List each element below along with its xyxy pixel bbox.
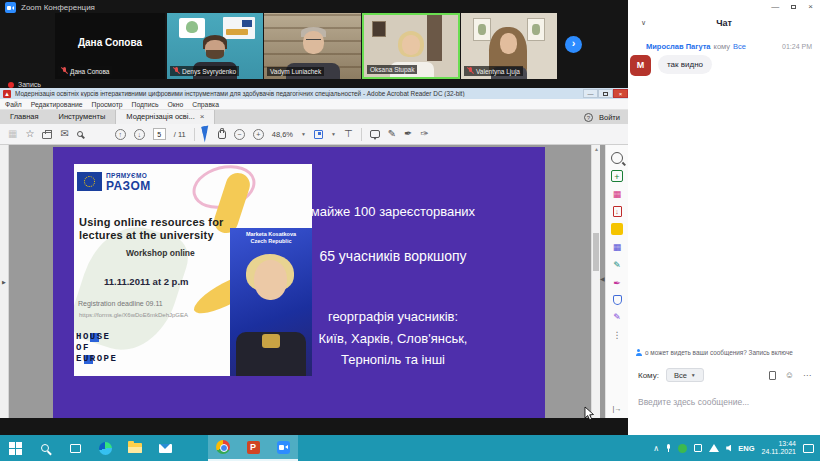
pencil-tool-button[interactable]: ✎ [388, 129, 396, 139]
collapse-tools-panel-icon[interactable]: ◀ [600, 275, 605, 282]
menu-edit[interactable]: Редактирование [31, 101, 83, 108]
menu-view[interactable]: Просмотр [92, 101, 123, 108]
stat-participants: 65 учасників воркшопу [243, 248, 543, 264]
action-center-icon[interactable] [803, 444, 814, 453]
menu-window[interactable]: Окно [167, 101, 183, 108]
export-pdf-icon[interactable]: ↓ [613, 206, 622, 217]
taskbar-search-icon[interactable] [30, 435, 60, 461]
start-button[interactable] [0, 435, 30, 461]
stamp-tool-button[interactable]: ✑ [420, 129, 428, 139]
tab-tools[interactable]: Инструменты [49, 110, 116, 124]
participant-name-label: Valentyna Ljuja [464, 66, 523, 76]
mail-icon[interactable] [150, 435, 180, 461]
participant-tile-vadym[interactable]: Vadym Luniachek [264, 13, 361, 79]
tray-expand-icon[interactable]: ∧ [653, 444, 659, 453]
powerpoint-icon[interactable]: P [238, 435, 268, 461]
chrome-icon[interactable] [208, 435, 238, 461]
tab-close-icon[interactable]: × [200, 110, 205, 124]
email-button[interactable]: ✉ [60, 129, 68, 139]
message-sender[interactable]: Мирослав Пагута [646, 42, 711, 51]
page-view-button[interactable] [314, 130, 323, 139]
zoom-caret-icon[interactable]: ▼ [301, 131, 306, 137]
sign-in-button[interactable]: Войти [599, 113, 620, 122]
tray-antivirus-icon[interactable] [678, 444, 687, 453]
scroll-up-icon[interactable]: ▲ [594, 146, 599, 152]
more-tools-icon[interactable]: ⋮ [611, 329, 623, 341]
print-button[interactable] [42, 132, 52, 139]
comment-tool-button[interactable] [370, 130, 380, 138]
next-participants-button[interactable]: › [565, 36, 582, 53]
maximize-button[interactable] [598, 89, 613, 98]
more-options-icon[interactable]: ⋯ [803, 371, 812, 380]
tray-volume-icon[interactable] [726, 445, 731, 452]
chevron-down-icon[interactable]: ∨ [641, 19, 646, 27]
comment-tool-icon[interactable] [611, 223, 623, 235]
create-pdf-icon[interactable]: + [611, 170, 623, 182]
page-number-input[interactable] [153, 128, 166, 140]
menu-help[interactable]: Справка [192, 101, 219, 108]
recipient-dropdown[interactable]: Все ▼ [666, 368, 704, 382]
help-icon[interactable]: ? [584, 113, 593, 122]
previous-page-button[interactable]: ↑ [115, 129, 126, 140]
background-logo [179, 18, 205, 38]
combine-files-icon[interactable]: ▦ [611, 241, 623, 253]
task-view-icon[interactable] [60, 435, 90, 461]
zoom-app-icon[interactable] [268, 435, 298, 461]
chat-close-icon[interactable]: × [808, 2, 813, 11]
save-button[interactable]: ▦ [8, 129, 17, 139]
close-button[interactable]: × [613, 89, 628, 98]
expand-left-panel-icon[interactable]: ▶ [2, 279, 6, 285]
edge-icon[interactable] [90, 435, 120, 461]
tab-home[interactable]: Главная [0, 110, 49, 124]
tray-pen-icon[interactable] [694, 444, 702, 452]
menu-sign[interactable]: Подпись [132, 101, 159, 108]
recording-dot-icon [8, 82, 14, 88]
zoom-in-button[interactable]: + [253, 129, 264, 140]
next-page-button[interactable]: ↓ [134, 129, 145, 140]
edit-pdf-icon[interactable]: ✎ [611, 259, 623, 271]
participant-tile-oksana-active-speaker[interactable]: Oksana Stupak [362, 13, 460, 79]
attach-file-icon[interactable] [769, 371, 776, 380]
recording-indicator[interactable]: Запись [8, 81, 41, 88]
participant-tile-denys[interactable]: Denys Svyrydenko [167, 13, 263, 79]
left-panel-rail[interactable]: ▶ [0, 145, 9, 418]
favorites-star-button[interactable]: ☆ [25, 129, 34, 139]
search-tool-icon[interactable] [611, 152, 623, 164]
emoji-icon[interactable]: ☺ [785, 370, 794, 380]
hand-tool-button[interactable] [218, 130, 226, 139]
sign-tool-button[interactable]: ✒ [404, 129, 412, 139]
tab-document[interactable]: Модернізація осві... × [115, 110, 215, 124]
chat-minimize-icon[interactable]: — [771, 2, 779, 11]
zoom-out-button[interactable]: − [234, 129, 245, 140]
participant-tile-valentyna[interactable]: Valentyna Ljuja [461, 13, 557, 79]
certify-pen-icon[interactable]: ✎ [611, 311, 623, 323]
menu-file[interactable]: Файл [5, 101, 22, 108]
program-name-line1: ПРЯМУЄМО [106, 172, 147, 179]
tray-network-icon[interactable] [709, 444, 719, 452]
organize-pages-icon[interactable]: ▦ [611, 188, 623, 200]
acrobat-window-title: Модернізація освітніх курсів інтерактивн… [15, 90, 583, 97]
find-button[interactable] [77, 131, 83, 137]
recording-label: Запись [18, 81, 41, 88]
chat-window-controls: — × [771, 2, 813, 11]
participant-display-name: Дана Сопова [55, 37, 165, 48]
chat-message-input[interactable] [638, 397, 810, 407]
vertical-scrollbar[interactable]: ▲ [591, 145, 600, 418]
zoom-level-dropdown[interactable]: 48,6% [272, 130, 293, 139]
presentation-mode-button[interactable]: ⊤ [344, 129, 353, 139]
chat-maximize-icon[interactable] [791, 2, 796, 11]
protect-icon[interactable] [613, 295, 622, 305]
page-view-caret-icon[interactable]: ▼ [331, 131, 336, 137]
tray-mic-icon[interactable] [666, 444, 671, 452]
fill-sign-icon[interactable]: ✒ [611, 277, 623, 289]
zoom-window-title: Zoom Конференция [21, 3, 95, 12]
participant-tile-dana[interactable]: Дана Сопова Дана Сопова [55, 13, 165, 79]
clock[interactable]: 13:44 24.11.2021 [761, 440, 796, 457]
select-tool-button[interactable] [201, 125, 211, 142]
desktop: Zoom Конференция Дана Сопова Дана Сопова… [0, 0, 820, 461]
file-explorer-icon[interactable] [120, 435, 150, 461]
expand-tools-panel-icon[interactable]: |→ [606, 405, 628, 412]
minimize-button[interactable]: — [583, 89, 598, 98]
language-indicator[interactable]: ENG [738, 444, 754, 453]
scrollbar-thumb[interactable] [593, 233, 599, 271]
